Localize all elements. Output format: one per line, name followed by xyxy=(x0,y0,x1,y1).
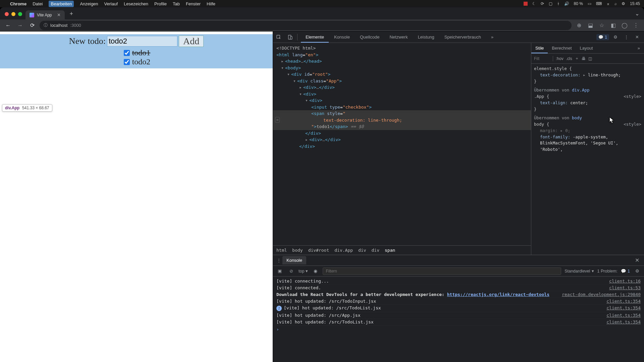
devtools-settings-button[interactable]: ⚙ xyxy=(611,35,620,40)
chrome-tab-strip: Vite App ✕ + ⌄ xyxy=(0,7,644,19)
reload-button[interactable]: ⟳ xyxy=(28,21,37,30)
new-todo-label: New todo: xyxy=(69,36,106,46)
devtools-close-button[interactable]: ✕ xyxy=(633,35,641,40)
inspect-element-button[interactable] xyxy=(273,32,284,43)
mac-menu-item[interactable]: Datei xyxy=(33,1,43,6)
devtools-tab-performance[interactable]: Leistung xyxy=(413,32,439,43)
styles-tab-layout[interactable]: Layout xyxy=(576,43,597,53)
todo-text: todo2 xyxy=(132,57,151,66)
dom-breadcrumb[interactable]: html body div#root div.App div div span xyxy=(273,245,531,255)
url-port: :3000 xyxy=(70,23,81,28)
sidepanel-icon[interactable]: ◧ xyxy=(608,21,618,30)
drawer-close-button[interactable]: ✕ xyxy=(632,257,642,263)
mac-menu-item[interactable]: Bearbeiten xyxy=(49,1,74,7)
battery-text: 80 % xyxy=(574,1,583,6)
sync-icon[interactable]: ⟳ xyxy=(541,1,544,6)
issues-badge[interactable]: 💬 1 xyxy=(596,34,609,40)
zoom-icon[interactable]: ⊕ xyxy=(574,21,584,30)
bookmark-icon[interactable]: ☆ xyxy=(597,21,606,30)
forward-button[interactable]: → xyxy=(15,21,25,30)
mac-menu-item[interactable]: Lesezeichen xyxy=(124,1,148,6)
new-style-rule-button[interactable]: ＋ xyxy=(575,56,579,61)
computed-toggle-icon[interactable]: ◫ xyxy=(588,56,592,61)
profile-icon[interactable]: ◯ xyxy=(620,21,629,30)
wifi-icon[interactable]: ⌅ xyxy=(606,1,610,6)
mac-menu-item[interactable]: Anzeigen xyxy=(80,1,98,6)
minimize-window-button[interactable] xyxy=(11,12,15,16)
rendered-page: New todo: Add todo1 todo2 div.App xyxy=(0,32,273,362)
search-icon[interactable]: ⌕ xyxy=(614,1,617,6)
inspect-tooltip: div.App 541.33 × 68.67 xyxy=(2,104,52,112)
todo-item: todo1 xyxy=(122,48,151,57)
inherited-link[interactable]: div.App xyxy=(572,87,590,93)
clock[interactable]: 15:45 xyxy=(630,1,640,6)
recording-icon[interactable] xyxy=(524,2,528,6)
control-center-icon[interactable]: ⚙ xyxy=(622,1,625,6)
devtools-tab-sources[interactable]: Quellcode xyxy=(355,32,384,43)
styles-filter-input[interactable] xyxy=(533,56,550,61)
address-bar[interactable]: ⓘ localhost:3000 xyxy=(40,21,572,30)
inherited-link[interactable]: body xyxy=(572,115,582,120)
console-level-selector[interactable]: Standardlevel ▾ xyxy=(565,268,594,274)
keyboard-icon[interactable]: ⌨ xyxy=(596,1,602,6)
devtools-tab-elements[interactable]: Elemente xyxy=(301,32,329,43)
maximize-window-button[interactable] xyxy=(18,12,22,16)
volume-icon[interactable]: 🔊 xyxy=(564,1,569,6)
todo-checkbox[interactable] xyxy=(124,59,130,65)
url-host: localhost xyxy=(50,23,67,28)
dnd-icon[interactable]: ☾ xyxy=(532,1,536,6)
new-tab-button[interactable]: + xyxy=(65,10,78,19)
devtools-menu-button[interactable]: ⋮ xyxy=(622,35,631,40)
devtools-tab-memory[interactable]: Speicherverbrauch xyxy=(440,32,486,43)
console-filter-input[interactable] xyxy=(323,267,561,275)
devtools-panel: Elemente Konsole Quellcode Netzwerk Leis… xyxy=(273,32,644,362)
chrome-menu-button[interactable]: ⋮ xyxy=(631,21,641,30)
console-settings-button[interactable]: ⚙ xyxy=(633,268,641,274)
install-icon[interactable]: ⬓ xyxy=(586,21,595,30)
console-sidebar-toggle[interactable]: ▣ xyxy=(276,268,284,274)
devtools-tab-more[interactable]: » xyxy=(486,32,498,43)
styles-more-tabs[interactable]: » xyxy=(634,43,644,53)
mac-app-name[interactable]: Chrome xyxy=(10,1,26,6)
dom-tree[interactable]: <!DOCTYPE html> <html lang="en"> ▸<head>… xyxy=(273,43,531,245)
print-icon[interactable]: 🖶 xyxy=(582,56,586,61)
battery-icon[interactable]: ▭ xyxy=(588,1,591,6)
dom-ellipsis-icon[interactable]: ⋯ xyxy=(275,117,280,123)
cls-toggle[interactable]: .cls xyxy=(566,56,572,61)
styles-rules[interactable]: element.style { text-decoration: ▸ line-… xyxy=(531,64,644,255)
tab-favicon xyxy=(30,13,34,17)
back-button[interactable]: ← xyxy=(3,21,13,30)
browser-tab[interactable]: Vite App ✕ xyxy=(25,10,65,19)
close-window-button[interactable] xyxy=(5,12,9,16)
console-output[interactable]: [vite] connecting...client.ts:16[vite] c… xyxy=(273,277,644,362)
styles-tab-styles[interactable]: Stile xyxy=(531,43,548,53)
tab-close-button[interactable]: ✕ xyxy=(57,12,61,17)
bluetooth-icon[interactable]: ᚼ xyxy=(557,1,559,6)
drawer-menu-button[interactable]: ⋮ xyxy=(275,258,282,263)
svg-rect-2 xyxy=(290,37,292,39)
console-issue-count[interactable]: 💬 1 xyxy=(621,268,630,274)
site-info-icon[interactable]: ⓘ xyxy=(44,22,48,28)
todo-checkbox[interactable] xyxy=(124,50,130,56)
mac-menu-item[interactable]: Profile xyxy=(154,1,167,6)
device-toolbar-button[interactable] xyxy=(284,32,296,43)
mac-menu-item[interactable]: Fenster xyxy=(186,1,201,6)
mac-menu-item[interactable]: Tab xyxy=(173,1,180,6)
mac-menu-item[interactable]: Verlauf xyxy=(104,1,118,6)
inspect-highlight: New todo: Add todo1 todo2 xyxy=(0,34,273,68)
devtools-tab-console[interactable]: Konsole xyxy=(329,32,355,43)
tooltip-dimensions: 541.33 × 68.67 xyxy=(22,106,49,110)
tab-overflow-button[interactable]: ⌄ xyxy=(630,10,644,19)
styles-tab-computed[interactable]: Berechnet xyxy=(548,43,576,53)
console-clear-button[interactable]: ⊘ xyxy=(287,268,295,274)
display-icon[interactable]: ▢ xyxy=(549,1,552,6)
live-expression-button[interactable]: ◉ xyxy=(311,268,319,274)
devtools-tabbar: Elemente Konsole Quellcode Netzwerk Leis… xyxy=(273,32,644,43)
devtools-tab-network[interactable]: Netzwerk xyxy=(385,32,412,43)
add-button[interactable]: Add xyxy=(179,36,204,47)
new-todo-input[interactable] xyxy=(107,36,177,47)
mac-menu-item[interactable]: Hilfe xyxy=(207,1,215,6)
drawer-tab-console[interactable]: Konsole xyxy=(282,256,306,264)
console-context-selector[interactable]: top ▾ xyxy=(299,268,308,274)
hov-toggle[interactable]: :hov xyxy=(556,56,564,61)
